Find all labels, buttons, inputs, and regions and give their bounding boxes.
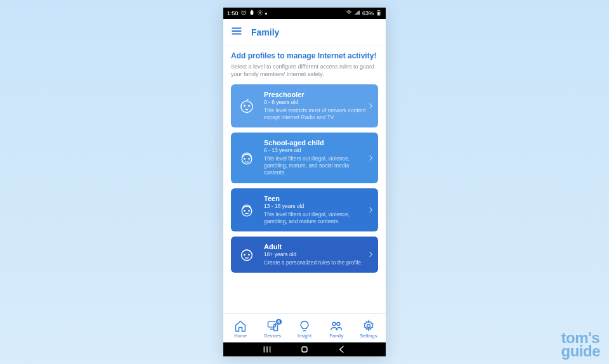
svg-point-9 [244, 106, 245, 107]
devices-badge: 6 [275, 318, 282, 325]
child-icon [236, 147, 258, 169]
watermark: tom's guide [561, 332, 601, 358]
svg-point-1 [259, 12, 261, 14]
svg-point-19 [249, 254, 249, 255]
nav-home[interactable]: Home [226, 320, 255, 339]
svg-point-25 [367, 324, 370, 327]
baby-icon [236, 95, 258, 117]
svg-point-16 [249, 210, 249, 211]
svg-point-14 [242, 206, 251, 216]
card-age: 18+ years old [264, 251, 372, 257]
svg-point-10 [249, 106, 249, 107]
headline: Add profiles to manage Internet activity… [231, 51, 378, 60]
status-time: 1:50 [227, 10, 239, 16]
svg-point-13 [249, 159, 249, 159]
card-title: Adult [264, 243, 372, 250]
nav-family[interactable]: Family [322, 320, 351, 339]
nav-settings[interactable]: Settings [354, 320, 383, 339]
subheadline: Select a level to configure different ac… [231, 63, 378, 78]
android-back-button[interactable] [337, 344, 347, 354]
nav-label: Settings [360, 333, 377, 339]
bag-icon [249, 10, 255, 17]
watermark-line2: guide [561, 345, 601, 358]
status-battery: 63% [362, 10, 374, 16]
dot-icon [265, 13, 267, 15]
phone-frame: 1:50 63% [223, 8, 386, 356]
svg-rect-29 [302, 347, 307, 352]
card-title: School-aged child [264, 139, 372, 146]
main-content: Add profiles to manage Internet activity… [223, 46, 386, 313]
profile-card-teen[interactable]: Teen 13 - 18 years old This level filter… [231, 188, 378, 231]
svg-point-18 [244, 254, 245, 255]
profile-card-adult[interactable]: Adult 18+ years old Create a personalize… [231, 237, 378, 273]
android-recent-button[interactable] [262, 344, 272, 354]
svg-point-11 [242, 154, 251, 164]
nav-label: Insight [298, 333, 311, 339]
page-title: Family [251, 27, 279, 37]
svg-point-12 [244, 159, 245, 159]
card-desc: This level filters out illegal, violence… [264, 211, 372, 225]
alarm-icon [240, 10, 247, 17]
nav-label: Home [234, 333, 247, 339]
battery-icon [376, 10, 382, 17]
adult-icon [236, 244, 258, 265]
teen-icon [236, 199, 258, 221]
wifi-icon [346, 10, 352, 17]
svg-point-23 [333, 322, 336, 325]
android-home-button[interactable] [299, 344, 310, 354]
status-bar: 1:50 63% [223, 8, 386, 19]
nav-devices[interactable]: 6 Devices [258, 320, 287, 339]
nav-label: Family [329, 333, 343, 339]
card-desc: This level filters out illegal, violence… [264, 155, 372, 176]
svg-point-8 [241, 101, 252, 113]
card-age: 13 - 18 years old [264, 203, 372, 209]
bottom-nav: Home 6 Devices Insight Family Settings [223, 313, 386, 342]
card-age: 6 - 13 years old [264, 147, 372, 153]
profile-card-school[interactable]: School-aged child 6 - 13 years old This … [231, 133, 378, 183]
svg-point-24 [337, 322, 340, 325]
card-age: 0 - 6 years old [264, 99, 372, 105]
profile-card-preschooler[interactable]: Preschooler 0 - 6 years old This level r… [231, 84, 378, 127]
svg-rect-4 [378, 10, 379, 11]
profile-cards: Preschooler 0 - 6 years old This level r… [231, 84, 378, 272]
svg-rect-3 [378, 12, 380, 15]
hamburger-icon[interactable] [231, 25, 242, 39]
card-desc: Create a personalized rules to the profi… [264, 259, 372, 266]
android-navbar [223, 342, 386, 356]
gear-status-icon [257, 10, 263, 17]
nav-insight[interactable]: Insight [290, 320, 319, 339]
card-title: Teen [264, 195, 372, 202]
card-desc: This level restricts most of network con… [264, 107, 372, 121]
nav-label: Devices [264, 333, 281, 339]
svg-point-15 [244, 210, 245, 211]
signal-icon [354, 10, 360, 17]
card-title: Preschooler [264, 91, 372, 98]
app-header: Family [223, 19, 386, 46]
